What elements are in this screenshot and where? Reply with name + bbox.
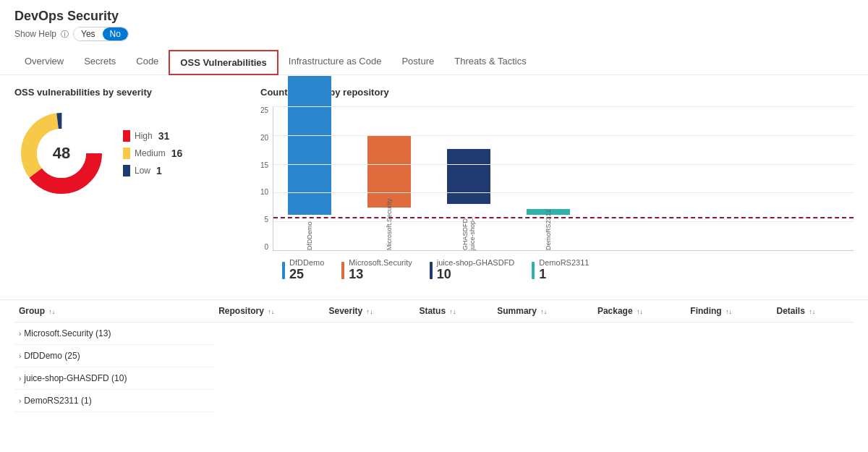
table-row[interactable]: › juice-shop-GHASDFD (10) xyxy=(14,367,854,390)
group-dfddemo-label: DfDDemo (25) xyxy=(24,351,80,361)
legend-low-color xyxy=(123,165,130,176)
nav-tabs: Overview Secrets Code OSS Vulnerabilitie… xyxy=(0,50,868,75)
bar-microsoft-rect xyxy=(367,135,411,208)
avg-line xyxy=(273,217,854,218)
y-axis: 25 20 15 10 5 0 xyxy=(260,106,273,251)
tab-iac[interactable]: Infrastructure as Code xyxy=(278,50,392,74)
col-repository: Repository ↑↓ xyxy=(214,300,324,323)
sort-status-icon[interactable]: ↑↓ xyxy=(449,308,456,315)
legend-dfddemo-val: 25 xyxy=(289,267,324,282)
col-severity: Severity ↑↓ xyxy=(324,300,414,323)
grid-line-25 xyxy=(273,106,854,107)
bar-juice-label: juice-shop-GHASDFD xyxy=(461,207,476,250)
legend-medium-label: Medium xyxy=(135,148,166,158)
y-label-0: 0 xyxy=(265,243,269,251)
show-help-label: Show Help xyxy=(14,29,56,39)
legend-low-label: Low xyxy=(135,166,150,176)
legend-microsoft-val: 13 xyxy=(349,267,412,282)
group-demo-label: DemoRS2311 (1) xyxy=(24,396,91,406)
legend-microsoft-color xyxy=(341,262,344,279)
table-section: Group ↑↓ Repository ↑↓ Severity ↑↓ Statu… xyxy=(0,299,868,412)
legend-juice-color xyxy=(430,262,433,279)
chart-area: 48 High 31 Medium 16 Low 1 xyxy=(14,106,246,200)
group-microsoft[interactable]: › Microsoft.Security (13) xyxy=(14,323,214,345)
legend-juice: juice-shop-GHASDFD 10 xyxy=(430,258,515,282)
bar-dfddemo-label: DfDDemo xyxy=(306,218,313,250)
table-header-row: Group ↑↓ Repository ↑↓ Severity ↑↓ Statu… xyxy=(14,300,854,323)
bar-demo-label: DemoRS2311 xyxy=(545,218,552,250)
group-juice[interactable]: › juice-shop-GHASDFD (10) xyxy=(14,367,214,390)
info-icon[interactable]: ⓘ xyxy=(61,29,69,40)
sort-group-icon[interactable]: ↑↓ xyxy=(48,308,55,315)
bar-dfddemo-rect xyxy=(288,76,331,215)
chevron-icon: › xyxy=(19,397,21,405)
grid-line-20 xyxy=(273,135,854,136)
chevron-icon: › xyxy=(19,375,21,383)
toggle-no[interactable]: No xyxy=(103,27,128,40)
donut-total: 48 xyxy=(53,144,70,163)
group-dfddemo[interactable]: › DfDDemo (25) xyxy=(14,345,214,367)
legend-juice-info: juice-shop-GHASDFD 10 xyxy=(437,258,515,282)
page-title: DevOps Security xyxy=(14,9,854,24)
legend-medium-color xyxy=(123,148,130,159)
y-label-5: 5 xyxy=(265,216,269,223)
legend-juice-val: 10 xyxy=(437,267,515,282)
table-row[interactable]: › DfDDemo (25) xyxy=(14,345,854,367)
legend-high-label: High xyxy=(135,131,153,141)
legend-microsoft-name: Microsoft.Security xyxy=(349,258,412,267)
tab-posture[interactable]: Posture xyxy=(391,50,444,74)
header: DevOps Security Show Help ⓘ Yes No xyxy=(0,0,868,46)
table-header: Group ↑↓ Repository ↑↓ Severity ↑↓ Statu… xyxy=(14,300,854,323)
grid-line-10 xyxy=(273,192,854,193)
y-label-25: 25 xyxy=(260,106,268,114)
table-body: › Microsoft.Security (13) › DfDDemo (25)… xyxy=(14,323,854,413)
sort-summary-icon[interactable]: ↑↓ xyxy=(540,308,547,315)
y-label-10: 10 xyxy=(260,188,268,196)
tab-oss[interactable]: OSS Vulnerabilities xyxy=(169,50,278,75)
main-content: OSS vulnerabilities by severity 48 xyxy=(0,75,868,294)
data-table: Group ↑↓ Repository ↑↓ Severity ↑↓ Statu… xyxy=(14,300,854,412)
legend-demo: DemoRS2311 1 xyxy=(532,258,589,282)
group-juice-label: juice-shop-GHASDFD (10) xyxy=(24,373,127,383)
col-summary: Summary ↑↓ xyxy=(493,300,593,323)
tab-threats[interactable]: Threats & Tactics xyxy=(444,50,536,74)
legend-demo-info: DemoRS2311 1 xyxy=(539,258,589,282)
legend-dfddemo-info: DfDDemo 25 xyxy=(289,258,324,282)
group-demo[interactable]: › DemoRS2311 (1) xyxy=(14,390,214,412)
col-details: Details ↑↓ xyxy=(773,300,854,323)
tab-overview[interactable]: Overview xyxy=(14,50,74,74)
bar-chart-area: DfDDemo Microsoft.Security juice-shop-GH… xyxy=(273,106,854,251)
chevron-icon: › xyxy=(19,330,21,338)
legend-dfddemo: DfDDemo 25 xyxy=(282,258,324,282)
right-panel: Count findings by repository 25 20 15 10… xyxy=(260,87,854,282)
legend: High 31 Medium 16 Low 1 xyxy=(123,130,182,176)
donut-chart: 48 xyxy=(14,106,109,200)
sort-package-icon[interactable]: ↑↓ xyxy=(637,308,643,315)
sort-severity-icon[interactable]: ↑↓ xyxy=(367,308,373,315)
sort-repository-icon[interactable]: ↑↓ xyxy=(268,308,274,315)
toggle-control[interactable]: Yes No xyxy=(73,27,129,41)
legend-low-value: 1 xyxy=(156,165,162,176)
legend-dfddemo-color xyxy=(282,262,285,279)
tab-secrets[interactable]: Secrets xyxy=(74,50,126,74)
grid-line-15 xyxy=(273,164,854,165)
oss-chart-title: OSS vulnerabilities by severity xyxy=(14,87,246,98)
legend-medium: Medium 16 xyxy=(123,148,182,159)
col-status: Status ↑↓ xyxy=(414,300,493,323)
sort-finding-icon[interactable]: ↑↓ xyxy=(726,308,732,315)
legend-dfddemo-name: DfDDemo xyxy=(289,258,324,267)
legend-high-value: 31 xyxy=(158,130,170,142)
bar-dfddemo: DfDDemo xyxy=(288,76,331,250)
legend-microsoft: Microsoft.Security 13 xyxy=(341,258,412,282)
tab-code[interactable]: Code xyxy=(126,50,169,74)
chevron-icon: › xyxy=(19,352,21,360)
toggle-yes[interactable]: Yes xyxy=(74,27,103,40)
chart-legend: DfDDemo 25 Microsoft.Security 13 juice-s… xyxy=(260,258,854,282)
col-finding: Finding ↑↓ xyxy=(686,300,772,323)
sort-details-icon[interactable]: ↑↓ xyxy=(809,308,815,315)
col-package: Package ↑↓ xyxy=(593,300,686,323)
legend-high-color xyxy=(123,130,130,142)
table-row[interactable]: › DemoRS2311 (1) xyxy=(14,390,854,412)
table-row[interactable]: › Microsoft.Security (13) xyxy=(14,323,854,346)
bars-container: DfDDemo Microsoft.Security juice-shop-GH… xyxy=(273,106,854,250)
